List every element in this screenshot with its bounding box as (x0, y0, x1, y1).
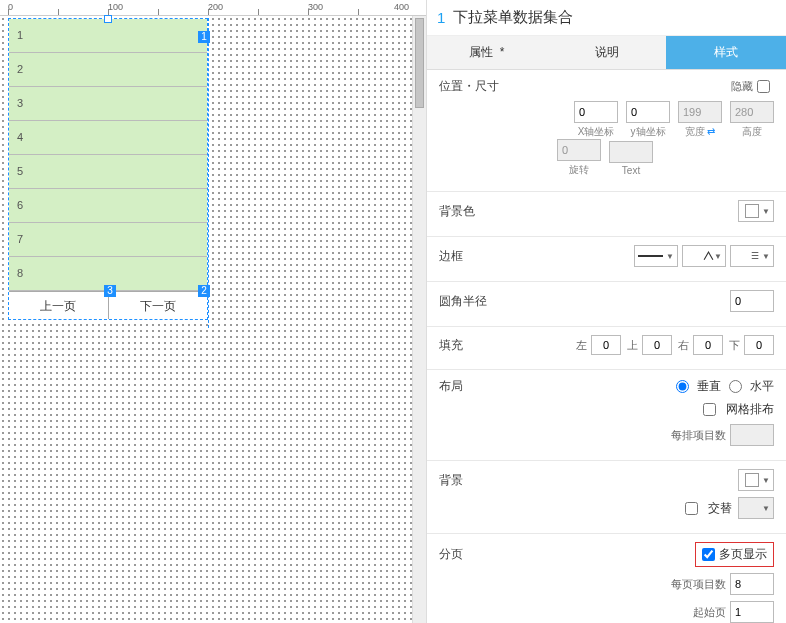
list-item: 2 (9, 53, 207, 87)
list-item: 6 (9, 189, 207, 223)
pad-left-input[interactable] (591, 335, 621, 355)
layout-horizontal-radio[interactable]: 水平 (729, 378, 774, 395)
label-background: 背景 (439, 472, 499, 489)
back-color-dropdown[interactable]: ▼ (738, 469, 774, 491)
panel-title: 下拉菜单数据集合 (453, 8, 573, 27)
perrow-input (730, 424, 774, 446)
list-item: 1 (9, 19, 207, 53)
list-item: 3 (9, 87, 207, 121)
perpage-input[interactable] (730, 573, 774, 595)
layout-vertical-radio[interactable]: 垂直 (676, 378, 721, 395)
marker-1: 1 (198, 31, 210, 43)
multipage-checkbox[interactable] (702, 548, 715, 561)
ruler-horizontal: 0 100 200 300 400 (0, 0, 426, 16)
border-width-dropdown[interactable]: ☰▼ (730, 245, 774, 267)
rotate-input (557, 139, 601, 161)
y-input[interactable] (626, 101, 670, 123)
label-hide: 隐藏 (731, 79, 753, 94)
properties-panel: 1 下拉菜单数据集合 属性 * 说明 样式 位置・尺寸 隐藏 X轴坐标 y轴坐标… (426, 0, 786, 623)
tab-description[interactable]: 说明 (547, 36, 667, 69)
label-layout: 布局 (439, 378, 499, 395)
tab-properties[interactable]: 属性 * (427, 36, 547, 69)
radius-input[interactable] (730, 290, 774, 312)
bgcolor-dropdown[interactable]: ▼ (738, 200, 774, 222)
x-input[interactable] (574, 101, 618, 123)
pad-right-input[interactable] (693, 335, 723, 355)
resize-handle-top[interactable] (104, 15, 112, 23)
label-position: 位置・尺寸 (439, 78, 499, 95)
label-padding: 填充 (439, 337, 499, 354)
prev-page-button[interactable]: 上一页 (9, 292, 109, 319)
multipage-highlight: 多页显示 (695, 542, 774, 567)
height-input (730, 101, 774, 123)
next-page-button[interactable]: 下一页 (109, 292, 208, 319)
list-item: 5 (9, 155, 207, 189)
pad-top-input[interactable] (642, 335, 672, 355)
pad-bottom-input[interactable] (744, 335, 774, 355)
marker-3: 3 (104, 285, 116, 297)
alternate-checkbox[interactable]: 交替 (685, 500, 732, 517)
dropdown-list-widget[interactable]: 1 1 2 3 4 5 6 7 8 2 3 上一页 下一页 (8, 18, 208, 320)
scrollbar-vertical[interactable] (412, 16, 426, 623)
canvas[interactable]: 0 100 200 300 400 1 1 2 3 4 5 6 7 8 (0, 0, 426, 623)
panel-index: 1 (437, 9, 445, 26)
border-color-dropdown[interactable]: ▼ (682, 245, 726, 267)
startpage-input[interactable] (730, 601, 774, 623)
link-icon[interactable]: ⇄ (707, 126, 715, 137)
scrollbar-thumb[interactable] (415, 18, 424, 108)
label-radius: 圆角半径 (439, 293, 499, 310)
width-input (678, 101, 722, 123)
label-bgcolor: 背景色 (439, 203, 499, 220)
marker-2: 2 (198, 285, 210, 297)
border-style-dropdown[interactable]: ▼ (634, 245, 678, 267)
label-border: 边框 (439, 248, 499, 265)
list-item: 7 (9, 223, 207, 257)
grid-layout-checkbox[interactable]: 网格排布 (703, 401, 774, 418)
guide-line (208, 18, 209, 328)
list-item: 4 (9, 121, 207, 155)
hide-checkbox[interactable] (757, 80, 770, 93)
tab-style[interactable]: 样式 (666, 36, 786, 69)
label-paging: 分页 (439, 546, 499, 563)
alternate-color-dropdown[interactable]: ▼ (738, 497, 774, 519)
text-input (609, 141, 653, 163)
